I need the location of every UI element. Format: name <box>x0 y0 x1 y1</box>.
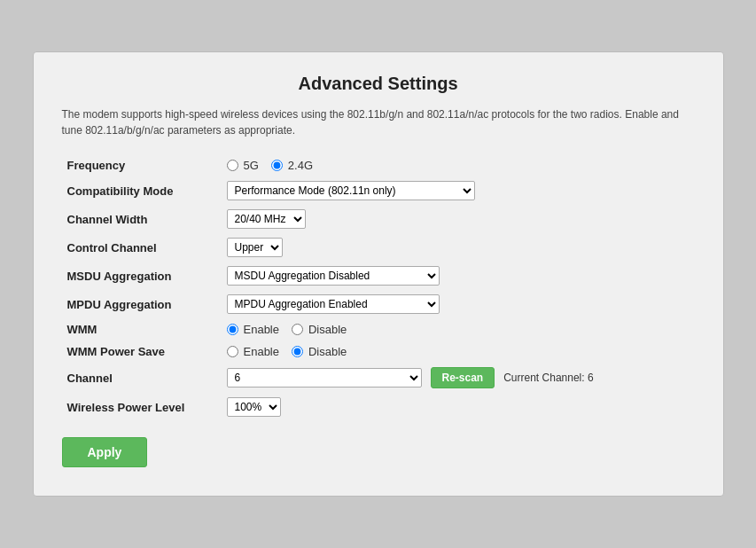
frequency-label: Frequency <box>62 154 222 176</box>
channel-width-select[interactable]: 20/40 MHz 20 MHz 40 MHz <box>227 209 306 229</box>
compatibility-mode-row: Compatibility Mode Performance Mode (802… <box>62 176 695 205</box>
wmm-power-save-label: WMM Power Save <box>62 341 222 363</box>
channel-label: Channel <box>62 363 222 393</box>
wmm-ps-disable-label[interactable]: Disable <box>292 345 347 358</box>
mpdu-aggregation-row: MPDU Aggregation MPDU Aggregation Enable… <box>62 290 695 318</box>
wmm-power-save-row: WMM Power Save Enable Disable <box>62 341 695 363</box>
wmm-enable-text: Enable <box>244 323 279 336</box>
control-channel-label: Control Channel <box>62 233 222 262</box>
wmm-ps-enable-label[interactable]: Enable <box>227 345 279 358</box>
frequency-options: 5G 2.4G <box>227 159 690 172</box>
wmm-disable-label[interactable]: Disable <box>292 323 347 336</box>
frequency-5g-radio[interactable] <box>227 160 238 171</box>
msdu-aggregation-select[interactable]: MSDU Aggregation Disabled MSDU Aggregati… <box>227 266 440 286</box>
wmm-ps-enable-radio[interactable] <box>227 346 238 357</box>
wmm-row: WMM Enable Disable <box>62 318 695 341</box>
channel-row: Channel 1234 5678 91011 Re-scan Current … <box>62 363 695 393</box>
current-channel-text: Current Channel: 6 <box>503 372 593 384</box>
wmm-enable-radio[interactable] <box>227 324 238 335</box>
control-channel-select[interactable]: Upper Lower <box>227 238 283 257</box>
page-title: Advanced Settings <box>62 74 695 94</box>
frequency-24g-text: 2.4G <box>288 159 313 172</box>
wmm-disable-radio[interactable] <box>292 324 303 335</box>
channel-width-label: Channel Width <box>62 205 222 233</box>
wmm-disable-text: Disable <box>308 323 347 336</box>
wmm-ps-disable-text: Disable <box>308 345 347 358</box>
apply-button[interactable]: Apply <box>62 437 148 467</box>
wmm-options: Enable Disable <box>227 323 690 336</box>
wmm-enable-label[interactable]: Enable <box>227 323 279 336</box>
compatibility-mode-select[interactable]: Performance Mode (802.11n only) Legacy M… <box>227 181 475 200</box>
frequency-row: Frequency 5G 2.4G <box>62 154 695 176</box>
channel-controls: 1234 5678 91011 Re-scan Current Channel:… <box>227 367 690 388</box>
page-description: The modem supports high-speed wireless d… <box>62 106 695 138</box>
compatibility-mode-label: Compatibility Mode <box>62 176 222 205</box>
frequency-5g-label[interactable]: 5G <box>227 159 259 172</box>
mpdu-aggregation-select[interactable]: MPDU Aggregation Enabled MPDU Aggregatio… <box>227 294 440 314</box>
channel-width-row: Channel Width 20/40 MHz 20 MHz 40 MHz <box>62 205 695 233</box>
frequency-24g-radio[interactable] <box>271 160 283 171</box>
channel-select[interactable]: 1234 5678 91011 <box>227 368 422 388</box>
wireless-power-level-label: Wireless Power Level <box>62 393 222 421</box>
wmm-label: WMM <box>62 318 222 341</box>
wireless-power-level-select[interactable]: 100% 75% 50% 25% <box>227 397 281 417</box>
frequency-24g-label[interactable]: 2.4G <box>271 159 313 172</box>
settings-panel: Advanced Settings The modem supports hig… <box>33 51 724 497</box>
wireless-power-level-row: Wireless Power Level 100% 75% 50% 25% <box>62 393 695 421</box>
frequency-5g-text: 5G <box>244 159 259 172</box>
msdu-aggregation-label: MSDU Aggregation <box>62 262 222 290</box>
rescan-button[interactable]: Re-scan <box>431 367 495 388</box>
settings-form: Frequency 5G 2.4G Co <box>62 154 695 421</box>
wmm-ps-enable-text: Enable <box>244 345 279 358</box>
control-channel-row: Control Channel Upper Lower <box>62 233 695 262</box>
wmm-ps-disable-radio[interactable] <box>292 346 303 357</box>
mpdu-aggregation-label: MPDU Aggregation <box>62 290 222 318</box>
msdu-aggregation-row: MSDU Aggregation MSDU Aggregation Disabl… <box>62 262 695 290</box>
wmm-power-save-options: Enable Disable <box>227 345 690 358</box>
